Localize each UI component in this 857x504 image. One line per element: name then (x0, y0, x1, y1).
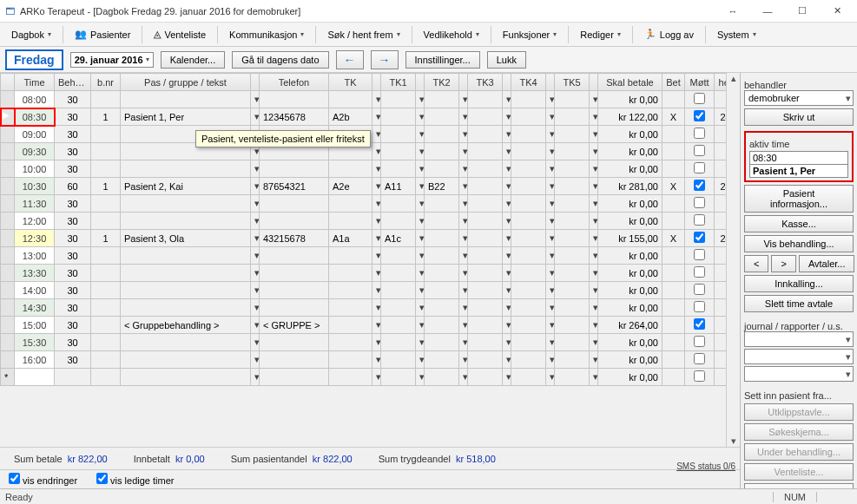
dropdown-cell[interactable]: ▾ (416, 126, 425, 143)
dropdown-cell[interactable]: ▾ (546, 143, 555, 160)
col-header[interactable]: Skal betale (598, 74, 663, 91)
tk4-cell[interactable] (511, 91, 546, 108)
dropdown-cell[interactable]: ▾ (459, 160, 468, 178)
mott-cell[interactable] (685, 91, 715, 108)
row-indicator[interactable] (1, 126, 15, 143)
time-cell[interactable]: 14:00 (15, 282, 55, 299)
phone-cell[interactable] (260, 213, 329, 230)
tk2-cell[interactable] (425, 160, 459, 178)
time-cell[interactable]: 15:30 (15, 334, 55, 351)
betale-cell[interactable]: kr 0,00 (598, 282, 663, 299)
mott-cell[interactable] (685, 160, 715, 178)
dropdown-cell[interactable]: ▾ (503, 160, 511, 178)
dropdown-cell[interactable]: ▾ (372, 126, 381, 143)
tk4-cell[interactable] (511, 247, 546, 265)
phone-cell[interactable]: 12345678 (260, 108, 329, 126)
dropdown-cell[interactable]: ▾ (459, 351, 468, 369)
mott-cell[interactable] (685, 230, 715, 247)
tk2-cell[interactable] (425, 126, 459, 143)
next-day-button[interactable]: → (371, 50, 399, 69)
appointment-row[interactable]: 15:0030< Gruppebehandling >▾< GRUPPE >▾▾… (1, 317, 741, 334)
tk1-cell[interactable] (381, 126, 416, 143)
tk3-cell[interactable] (468, 247, 503, 265)
tk2-cell[interactable] (425, 230, 459, 247)
mott-cell[interactable] (685, 317, 715, 334)
dropdown-cell[interactable]: ▾ (546, 317, 555, 334)
dropdown-cell[interactable]: ▾ (546, 230, 555, 247)
tk3-cell[interactable] (468, 178, 503, 195)
col-header[interactable] (546, 74, 555, 91)
betale-cell[interactable]: kr 0,00 (598, 160, 663, 178)
bnr-cell[interactable] (91, 247, 121, 265)
mott-cell[interactable] (685, 334, 715, 351)
tk3-cell[interactable] (468, 143, 503, 160)
new-row-indicator[interactable]: * (1, 369, 15, 386)
tk2-cell[interactable] (425, 282, 459, 299)
mott-cell[interactable] (685, 299, 715, 317)
dropdown-cell[interactable]: ▾ (546, 178, 555, 195)
cell[interactable] (511, 369, 546, 386)
cell[interactable] (329, 369, 372, 386)
bnr-cell[interactable]: 1 (91, 230, 121, 247)
bnr-cell[interactable] (91, 213, 121, 230)
beh-cell[interactable]: 30 (55, 282, 91, 299)
dropdown-cell[interactable]: ▾ (416, 299, 425, 317)
bet-cell[interactable] (663, 143, 685, 160)
patient-cell[interactable]: Pasient 2, Kai (121, 178, 251, 195)
behandler-select[interactable]: demobruker (744, 90, 854, 106)
print-button[interactable]: Skriv ut (744, 108, 854, 126)
today-button[interactable]: Gå til dagens dato (232, 51, 328, 69)
bet-cell[interactable] (663, 91, 685, 108)
dropdown-cell[interactable]: ▾ (590, 265, 598, 282)
journal-select-2[interactable] (744, 349, 854, 364)
mott-cell[interactable] (685, 108, 715, 126)
dropdown-cell[interactable]: ▾ (590, 369, 598, 386)
tk3-cell[interactable] (468, 334, 503, 351)
bnr-cell[interactable] (91, 334, 121, 351)
dropdown-cell[interactable]: ▾ (590, 91, 598, 108)
tk5-cell[interactable] (555, 265, 590, 282)
time-cell[interactable]: 14:30 (15, 299, 55, 317)
dropdown-cell[interactable]: ▾ (416, 143, 425, 160)
time-cell[interactable]: 11:30 (15, 195, 55, 213)
dropdown-cell[interactable]: ▾ (590, 213, 598, 230)
tk3-cell[interactable] (468, 213, 503, 230)
dropdown-cell[interactable]: ▾ (372, 230, 381, 247)
betale-cell[interactable]: kr 0,00 (598, 143, 663, 160)
dropdown-cell[interactable]: ▾ (590, 143, 598, 160)
appointment-row[interactable]: 12:0030▾▾▾▾▾▾▾kr 0,00▾ (1, 213, 741, 230)
dropdown-cell[interactable]: ▾ (546, 282, 555, 299)
date-picker[interactable]: 29. januar 2016 ▾ (70, 52, 154, 68)
dropdown-cell[interactable]: ▾ (503, 282, 511, 299)
row-indicator[interactable] (1, 265, 15, 282)
beh-cell[interactable]: 30 (55, 143, 91, 160)
patient-cell[interactable] (121, 282, 251, 299)
menu-loggav[interactable]: 🏃Logg av (636, 24, 702, 44)
tk4-cell[interactable] (511, 160, 546, 178)
appointment-row[interactable]: 08:0030▾▾▾▾▾▾▾kr 0,00▾ (1, 91, 741, 108)
dropdown-cell[interactable]: ▾ (372, 195, 381, 213)
col-header[interactable] (1, 74, 15, 91)
kasse-button[interactable]: Kasse... (744, 215, 854, 232)
tk4-cell[interactable] (511, 282, 546, 299)
tk5-cell[interactable] (555, 195, 590, 213)
time-cell[interactable]: 08:30 (15, 108, 55, 126)
tk1-cell[interactable]: A11 (381, 178, 416, 195)
tk1-cell[interactable] (381, 195, 416, 213)
phone-cell[interactable] (260, 265, 329, 282)
dropdown-cell[interactable]: ▾ (590, 334, 598, 351)
bnr-cell[interactable] (91, 351, 121, 369)
tk1-cell[interactable] (381, 247, 416, 265)
cell[interactable] (55, 369, 91, 386)
tk5-cell[interactable] (555, 230, 590, 247)
dropdown-cell[interactable]: ▾ (459, 126, 468, 143)
menu-pasienter[interactable]: 👥Pasienter (67, 24, 138, 44)
beh-cell[interactable]: 30 (55, 126, 91, 143)
tk3-cell[interactable] (468, 195, 503, 213)
tk5-cell[interactable] (555, 143, 590, 160)
bet-cell[interactable] (663, 299, 685, 317)
dropdown-cell[interactable]: ▾ (251, 282, 260, 299)
dropdown-cell[interactable]: ▾ (459, 317, 468, 334)
tk3-cell[interactable] (468, 282, 503, 299)
mott-cell[interactable] (685, 178, 715, 195)
